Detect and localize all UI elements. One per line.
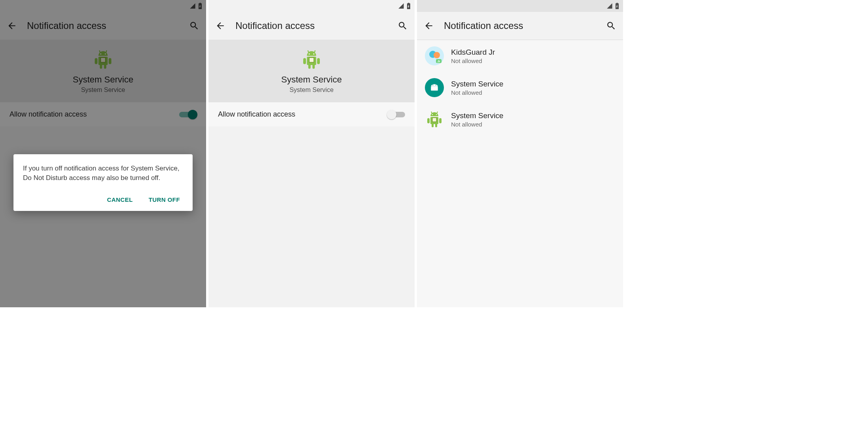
svg-rect-19	[308, 50, 310, 53]
dialog-actions: CANCEL TURN OFF	[23, 193, 183, 206]
app-subtitle: System Service	[208, 86, 415, 94]
svg-point-26	[434, 52, 440, 58]
list-item-status: Not allowed	[451, 57, 495, 64]
android-circle-icon	[425, 78, 444, 97]
app-bar: Notification access	[208, 12, 415, 40]
list-item[interactable]: System Service Not allowed	[417, 103, 623, 135]
svg-rect-37	[432, 123, 434, 127]
list-item-title: System Service	[451, 80, 503, 88]
toggle-label: Allow notification access	[218, 110, 388, 119]
svg-rect-14	[303, 59, 306, 64]
svg-rect-18	[312, 64, 315, 69]
list-item[interactable]: System Service Not allowed	[417, 72, 623, 103]
cancel-button[interactable]: CANCEL	[104, 193, 136, 206]
list-item-title: KidsGuard Jr	[451, 48, 495, 57]
svg-point-30	[432, 85, 433, 86]
allow-toggle-row[interactable]: Allow notification access	[208, 102, 415, 126]
screen-3: Notification access Jr KidsGuard Jr Not …	[417, 0, 623, 307]
svg-rect-36	[439, 119, 442, 123]
svg-rect-29	[431, 87, 438, 91]
svg-point-42	[432, 114, 433, 115]
signal-icon	[606, 3, 613, 9]
svg-rect-20	[314, 50, 316, 53]
page-title: Notification access	[235, 20, 388, 31]
svg-rect-40	[436, 111, 438, 114]
list-item-status: Not allowed	[451, 89, 503, 96]
page-title: Notification access	[444, 20, 596, 31]
allow-toggle-switch[interactable]	[388, 111, 405, 119]
list-item-title: System Service	[451, 111, 503, 120]
svg-rect-17	[308, 64, 311, 69]
battery-charging-icon	[615, 3, 619, 9]
back-button[interactable]	[215, 20, 226, 31]
svg-rect-39	[431, 111, 432, 114]
app-list: Jr KidsGuard Jr Not allowed System Se	[417, 40, 623, 135]
kidsguard-icon: Jr	[425, 46, 444, 65]
battery-charging-icon	[407, 3, 411, 9]
svg-rect-34	[427, 119, 430, 123]
confirm-dialog: If you turn off notification access for …	[13, 154, 193, 211]
svg-point-22	[309, 53, 310, 54]
dialog-scrim[interactable]	[0, 0, 206, 307]
svg-rect-38	[435, 123, 437, 127]
screen-1: Notification access Syst	[0, 0, 206, 307]
search-button[interactable]	[397, 20, 408, 31]
search-button[interactable]	[606, 20, 617, 31]
app-hero: System Service System Service	[208, 40, 415, 102]
svg-rect-41	[432, 118, 436, 122]
dialog-body: If you turn off notification access for …	[23, 164, 183, 183]
android-green-icon	[425, 110, 444, 129]
screen-2: Notification access Syst	[208, 0, 415, 307]
svg-text:Jr: Jr	[437, 59, 440, 63]
svg-rect-16	[317, 59, 320, 64]
status-bar	[417, 0, 623, 12]
svg-point-43	[436, 114, 437, 115]
svg-point-23	[313, 53, 314, 54]
list-item[interactable]: Jr KidsGuard Jr Not allowed	[417, 40, 623, 72]
list-item-status: Not allowed	[451, 121, 503, 128]
app-name: System Service	[208, 75, 415, 85]
status-bar	[208, 0, 415, 12]
signal-icon	[398, 3, 404, 9]
app-bar: Notification access	[417, 12, 623, 40]
back-button[interactable]	[423, 20, 434, 31]
android-green-icon	[300, 48, 323, 71]
svg-rect-21	[309, 57, 314, 62]
svg-point-31	[436, 85, 436, 86]
turn-off-button[interactable]: TURN OFF	[145, 193, 183, 206]
